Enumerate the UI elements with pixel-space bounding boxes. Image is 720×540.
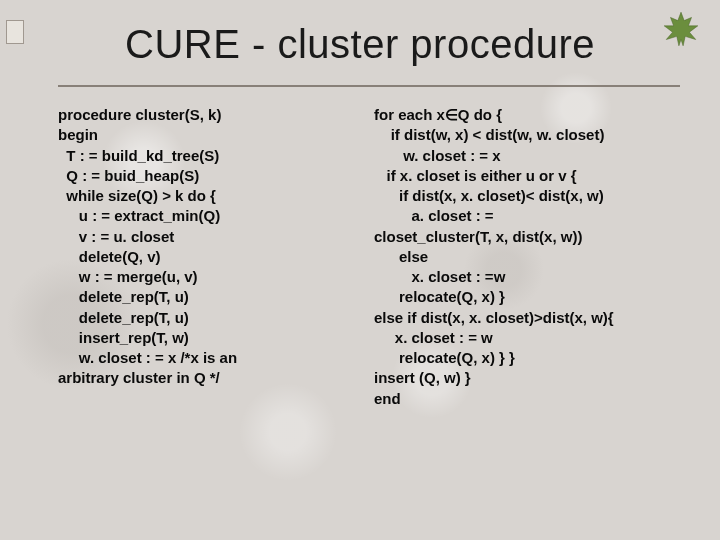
code-left-column: procedure cluster(S, k) begin T : = buil… [58,105,338,409]
code-content: procedure cluster(S, k) begin T : = buil… [0,105,720,409]
slide-title: CURE - cluster procedure [0,0,720,85]
maple-leaf-icon [660,8,702,50]
page-fold-marker [6,20,24,44]
title-divider [58,85,680,87]
code-right-column: for each x∈Q do { if dist(w, x) < dist(w… [374,105,700,409]
